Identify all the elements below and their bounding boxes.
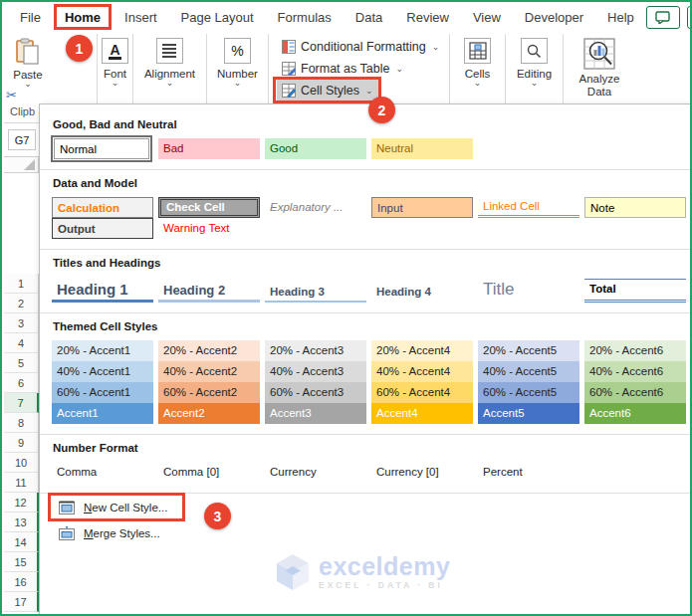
sheet-left-gutter: Clipb G7 1234567891011121314151617 (4, 102, 39, 612)
tab-file[interactable]: File (8, 7, 53, 28)
style-tile-normal[interactable]: Normal (54, 138, 149, 159)
style-row: 60% - Accent160% - Accent260% - Accent36… (52, 382, 681, 403)
style-tile-accent6[interactable]: Accent6 (584, 403, 686, 424)
row-header-6[interactable]: 6 (4, 373, 39, 393)
style-tile-20-accent5[interactable]: 20% - Accent5 (478, 340, 579, 361)
cells-button[interactable]: Cells ⌄ (464, 36, 491, 86)
name-box[interactable]: G7 (8, 129, 36, 150)
style-tile-bad[interactable]: Bad (158, 138, 260, 159)
row-header-2[interactable]: 2 (4, 294, 39, 313)
analyze-data-button[interactable]: AnalyzeData (579, 36, 620, 99)
style-tile-60-accent4[interactable]: 60% - Accent4 (371, 382, 473, 403)
style-tile-linked-cell[interactable]: Linked Cell (478, 198, 579, 218)
row-header-17[interactable]: 17 (4, 592, 39, 612)
style-tile-60-accent1[interactable]: 60% - Accent1 (52, 382, 153, 403)
row-header-12[interactable]: 12 (4, 493, 39, 513)
style-tile-40-accent2[interactable]: 40% - Accent2 (158, 361, 260, 382)
tab-developer[interactable]: Developer (513, 7, 595, 28)
tab-formulas[interactable]: Formulas (266, 7, 344, 28)
row-header-9[interactable]: 9 (4, 433, 39, 453)
style-tile-40-accent6[interactable]: 40% - Accent6 (584, 361, 686, 382)
format-as-table-button[interactable]: Format as Table ⌄ (277, 58, 408, 79)
style-tile-comma[interactable]: Comma (52, 462, 153, 483)
style-tile-20-accent3[interactable]: 20% - Accent3 (265, 340, 366, 361)
style-tile-heading-2[interactable]: Heading 2 (158, 281, 260, 303)
cut-icon[interactable]: ✂ (6, 89, 17, 102)
style-tile-20-accent4[interactable]: 20% - Accent4 (371, 340, 473, 361)
style-tile-40-accent5[interactable]: 40% - Accent5 (478, 361, 579, 382)
select-all-corner[interactable] (4, 157, 39, 173)
style-tile-explanatory[interactable]: Explanatory ... (265, 197, 366, 218)
tab-insert[interactable]: Insert (113, 7, 169, 28)
style-tile-heading-1[interactable]: Heading 1 (52, 279, 153, 303)
paste-chevron-icon: ⌄ (24, 81, 32, 87)
cells-icon (469, 42, 487, 60)
style-tile-title[interactable]: Title (478, 277, 579, 303)
row-header-14[interactable]: 14 (4, 532, 39, 552)
paste-button[interactable]: Paste ⌄ (6, 38, 50, 87)
row-header-1[interactable]: 1 (4, 274, 39, 294)
style-tile-20-accent1[interactable]: 20% - Accent1 (52, 340, 153, 361)
style-tile-20-accent2[interactable]: 20% - Accent2 (158, 340, 260, 361)
style-tile-warning-text[interactable]: Warning Text (158, 218, 260, 239)
tab-help[interactable]: Help (595, 7, 646, 28)
row-header-13[interactable]: 13 (4, 513, 39, 532)
share-button[interactable]: ⌄ (687, 6, 692, 29)
row-header-10[interactable]: 10 (4, 453, 39, 473)
style-tile-calculation[interactable]: Calculation (52, 197, 153, 218)
style-tile-40-accent1[interactable]: 40% - Accent1 (52, 361, 153, 382)
conditional-formatting-button[interactable]: Conditional Formatting ⌄ (277, 36, 444, 57)
style-tile-output[interactable]: Output (52, 218, 153, 239)
style-tile-comma-0[interactable]: Comma [0] (158, 462, 260, 483)
tab-page-layout[interactable]: Page Layout (169, 7, 266, 28)
tab-data[interactable]: Data (344, 7, 394, 28)
font-button[interactable]: A Font ⌄ (102, 36, 128, 86)
style-tile-60-accent5[interactable]: 60% - Accent5 (478, 382, 579, 403)
style-tile-accent5[interactable]: Accent5 (478, 403, 579, 424)
cell-styles-icon (282, 84, 296, 98)
style-tile-accent3[interactable]: Accent3 (265, 403, 366, 424)
row-header-15[interactable]: 15 (4, 552, 39, 572)
editing-button[interactable]: Editing ⌄ (517, 36, 552, 86)
analyze-data-group: AnalyzeData (564, 34, 635, 103)
style-tile-input[interactable]: Input (371, 197, 473, 218)
tab-home[interactable]: Home (53, 7, 113, 28)
style-tile-40-accent3[interactable]: 40% - Accent3 (265, 361, 366, 382)
comments-button[interactable] (646, 6, 680, 29)
style-tile-accent2[interactable]: Accent2 (158, 403, 260, 424)
alignment-button[interactable]: Alignment ⌄ (144, 36, 195, 86)
style-tile-check-cell[interactable]: Check Cell (158, 197, 260, 218)
style-tile-percent[interactable]: Percent (478, 462, 579, 483)
number-group: % Number ⌄ (207, 34, 269, 103)
menu-item-merge-styles[interactable]: Merge Styles... (50, 521, 174, 545)
style-tile-note[interactable]: Note (584, 197, 686, 218)
cell-styles-button[interactable]: Cell Styles ⌄ 2 (277, 80, 378, 101)
tab-review[interactable]: Review (394, 7, 461, 28)
style-tile-60-accent6[interactable]: 60% - Accent6 (584, 382, 686, 403)
row-header-7[interactable]: 7 (4, 393, 39, 413)
style-tile-neutral[interactable]: Neutral (371, 138, 473, 159)
number-button[interactable]: % Number ⌄ (217, 36, 258, 86)
analyze-data-icon (583, 38, 615, 70)
style-tile-heading-3[interactable]: Heading 3 (265, 283, 366, 303)
row-header-8[interactable]: 8 (4, 413, 39, 433)
tab-view[interactable]: View (461, 7, 513, 28)
analyze-data-label: AnalyzeData (579, 73, 620, 99)
row-header-16[interactable]: 16 (4, 572, 39, 592)
style-tile-accent4[interactable]: Accent4 (371, 403, 473, 424)
style-tile-accent1[interactable]: Accent1 (52, 403, 153, 424)
style-tile-currency[interactable]: Currency (265, 462, 366, 483)
style-tile-60-accent3[interactable]: 60% - Accent3 (265, 382, 366, 403)
style-tile-total[interactable]: Total (584, 279, 686, 303)
style-tile-good[interactable]: Good (265, 138, 366, 159)
row-header-3[interactable]: 3 (4, 313, 39, 333)
style-tile-heading-4[interactable]: Heading 4 (371, 282, 473, 303)
row-header-4[interactable]: 4 (4, 333, 39, 353)
row-header-11[interactable]: 11 (4, 473, 39, 493)
row-header-5[interactable]: 5 (4, 353, 39, 373)
style-tile-60-accent2[interactable]: 60% - Accent2 (158, 382, 260, 403)
style-tile-currency-0[interactable]: Currency [0] (371, 462, 473, 483)
menu-item-new-cell-style[interactable]: New Cell Style...3 (50, 496, 181, 519)
style-tile-20-accent6[interactable]: 20% - Accent6 (584, 340, 686, 361)
style-tile-40-accent4[interactable]: 40% - Accent4 (371, 361, 473, 382)
